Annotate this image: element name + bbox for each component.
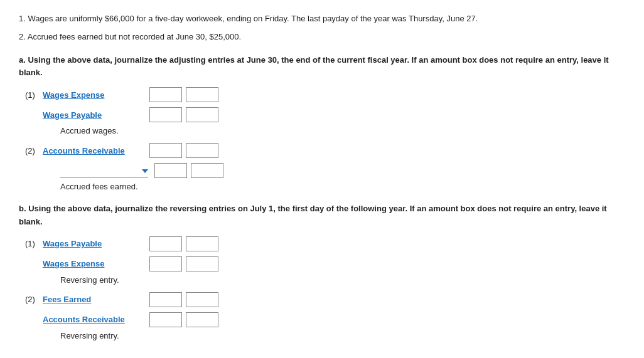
entry-b1-row1: (1) Wages Payable [25,235,625,253]
entry-b1: (1) Wages Payable Wages Expense Reversin… [25,235,625,285]
accounts-receivable-label-b: Accounts Receivable [43,315,143,324]
entry-a1-note: Accrued wages. [60,126,625,135]
entry-b1-number: (1) [25,239,43,248]
entry-a2-debit-input[interactable] [149,143,182,158]
problem-2-text: Accrued fees earned but not recorded at … [28,32,241,41]
fees-earned-label: Fees Earned [43,295,143,304]
problem-2: 2. Accrued fees earned but not recorded … [19,31,625,44]
entry-a2-note: Accrued fees earned. [60,182,625,191]
entry-b2-row2-debit-input[interactable] [149,312,182,327]
entry-a2-row1-inputs [149,143,218,158]
entry-a2-row2-credit-input[interactable] [191,163,223,178]
entry-a1-row2: Wages Payable [25,106,625,124]
entry-a1-number: (1) [25,90,43,100]
entry-b2-row2-inputs [149,312,218,327]
entry-a2-row2-debit-input[interactable] [154,163,187,178]
entry-b1-row2: Wages Expense [25,255,625,273]
accounts-receivable-label-a: Accounts Receivable [43,146,143,155]
problem-1: 1. Wages are uniformly $66,000 for a fiv… [19,13,625,26]
problem-2-number: 2. [19,32,26,41]
entry-a2-row2 [60,162,625,179]
entry-a1-row2-credit-input[interactable] [186,107,218,122]
entry-a1-row2-debit-input[interactable] [149,107,182,122]
entry-a2-number: (2) [25,146,43,155]
entry-a1-credit-input[interactable] [186,87,218,102]
problem-1-text: Wages are uniformly $66,000 for a five-d… [28,14,478,23]
section-b-header: b. Using the above data, journalize the … [19,203,625,229]
entry-b2-note: Reversing entry. [60,331,625,340]
entry-b1-row2-inputs [149,256,218,271]
problem-1-number: 1. [19,14,26,23]
wages-payable-label: Wages Payable [43,110,143,120]
entry-b1-row2-credit-input[interactable] [186,256,218,271]
section-b-label: b. [19,204,26,213]
entry-b1-debit-input[interactable] [149,236,182,251]
entry-a2-row2-inputs [154,163,223,178]
entry-b2-credit-input[interactable] [186,292,218,307]
chevron-down-icon[interactable] [139,166,148,175]
entry-b1-row2-debit-input[interactable] [149,256,182,271]
entry-b2-row1-inputs [149,292,218,307]
entry-a1-row1: (1) Wages Expense [25,86,625,103]
section-a-description: Using the above data, journalize the adj… [19,55,609,78]
entry-a2-dropdown-account[interactable] [60,164,148,177]
entry-b1-credit-input[interactable] [186,236,218,251]
section-a-header: a. Using the above data, journalize the … [19,54,625,80]
wages-expense-label-b: Wages Expense [43,259,143,268]
entry-a2: (2) Accounts Receivable Accrued fees ear… [25,142,625,191]
entry-b2-debit-input[interactable] [149,292,182,307]
entry-a1: (1) Wages Expense Wages Payable Accrued … [25,86,625,135]
section-b-description: Using the above data, journalize the rev… [19,204,607,226]
entry-b2-row1: (2) Fees Earned [25,291,625,308]
entry-a1-debit-input[interactable] [149,87,182,102]
entry-b2-row2: Accounts Receivable [25,311,625,329]
entry-a2-credit-input[interactable] [186,143,218,158]
entry-a1-row2-inputs [149,107,218,122]
entry-a2-row1: (2) Accounts Receivable [25,142,625,159]
wages-payable-label-b: Wages Payable [43,239,143,248]
entry-b2-number: (2) [25,295,43,304]
entry-b2-row2-credit-input[interactable] [186,312,218,327]
entry-a1-row1-inputs [149,87,218,102]
entry-b2: (2) Fees Earned Accounts Receivable Reve… [25,291,625,340]
entry-b1-row1-inputs [149,236,218,251]
wages-expense-label: Wages Expense [43,90,143,100]
entry-b1-note: Reversing entry. [60,275,625,285]
section-a-label: a. [19,55,26,65]
